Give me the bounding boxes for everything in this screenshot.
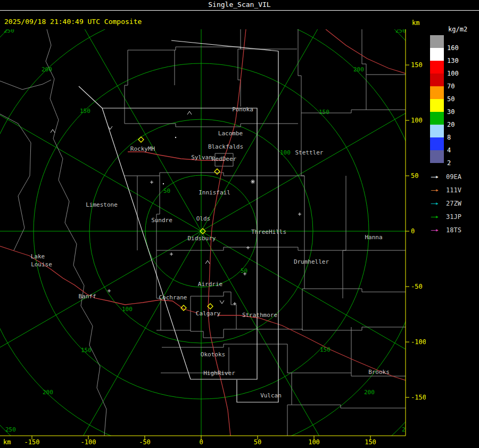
ring-range-label: 50 — [241, 267, 247, 274]
town-label: Brooks — [368, 369, 390, 376]
scale-value-label: 50 — [447, 93, 459, 105]
town-markers — [51, 111, 301, 305]
ring-range-label: 250 — [402, 426, 412, 433]
y-axis-tick-label: 0 — [411, 227, 415, 235]
y-axis-tick-label: -150 — [411, 394, 426, 401]
scale-color-block — [430, 99, 444, 112]
scan-area-outlines — [79, 40, 278, 402]
axis-labels: km -150 -100 -50 0 50 100 150 150 100 50… — [3, 61, 426, 446]
scale-value-label: 70 — [447, 80, 459, 93]
ring-range-label: 200 — [42, 66, 52, 73]
x-axis-tick-label: -150 — [24, 438, 40, 446]
storm-id-label: 18TS — [446, 226, 461, 234]
town-label: Okotoks — [201, 351, 225, 358]
storm-id-row: →18TS — [428, 223, 461, 236]
highways — [0, 29, 406, 436]
ring-range-label: 250 — [4, 29, 14, 34]
storm-arrow-icon: → — [422, 197, 448, 210]
storm-id-label: 27ZW — [446, 200, 461, 207]
scale-value-label: 30 — [447, 105, 459, 118]
y-axis-tick-label: 100 — [411, 117, 423, 124]
ring-range-label: 200 — [43, 389, 53, 396]
town-label: Calgary — [196, 310, 221, 317]
town-label: ThreeHills — [251, 229, 286, 235]
storm-id-row: →31JP — [428, 209, 461, 223]
ring-range-label: 100 — [122, 306, 133, 313]
scale-color-block — [430, 61, 444, 74]
storm-id-legend: →09EA →111V →27ZW →31JP →18TS — [428, 169, 461, 236]
ring-range-label: 250 — [5, 426, 16, 433]
x-axis-tick-label: 100 — [308, 438, 320, 446]
town-label: Olds — [196, 215, 211, 222]
town-label: Lake — [31, 253, 45, 260]
x-axis-tick-label: 150 — [365, 438, 376, 446]
scale-color-block — [430, 35, 444, 48]
scale-value-labels: 160 130 100 70 50 30 20 8 4 2 — [447, 42, 459, 169]
town-label: Airdrie — [198, 281, 222, 288]
scale-color-block — [430, 48, 444, 61]
radar-app-window: Single_Scan_VIL 2025/09/18 21:40:49 UTC … — [0, 0, 479, 448]
town-label: Strathmore — [242, 312, 277, 319]
town-label: Sundre — [151, 217, 172, 224]
storm-id-label: 31JP — [446, 213, 461, 221]
scale-value-label: 100 — [447, 67, 459, 80]
storm-arrow-icon: → — [422, 223, 448, 237]
ring-range-label: 50 — [163, 188, 170, 194]
timestamp-label: 2025/09/18 21:40:49 UTC Composite — [4, 18, 142, 26]
scale-color-block — [430, 86, 444, 99]
distance-axes — [0, 29, 409, 439]
town-label: Sylvan — [191, 154, 212, 161]
town-label: Louise — [31, 261, 52, 268]
ring-range-label: 100 — [280, 149, 291, 156]
town-label: RedDeer — [212, 156, 237, 162]
ring-range-label: 150 — [80, 108, 90, 115]
x-axis-tick-label: 0 — [199, 438, 203, 446]
x-axis-tick-label: 50 — [254, 438, 261, 446]
town-label: Ponoka — [232, 106, 253, 113]
scale-value-label: 160 — [447, 42, 459, 54]
color-scale — [430, 35, 444, 163]
town-label: Drumheller — [294, 258, 329, 265]
storm-arrow-icon: → — [422, 170, 448, 183]
title-bar: Single_Scan_VIL — [0, 0, 479, 11]
town-label: Hanna — [365, 234, 382, 241]
y-axis-tick-label: 150 — [411, 61, 423, 69]
map-canvas[interactable]: 50 50 100 100 150 150 150 150 200 200 20… — [0, 29, 479, 448]
y-axis-unit-label: km — [412, 19, 419, 27]
x-axis-tick-label: -100 — [81, 438, 96, 446]
town-label: Lacombe — [218, 130, 243, 137]
ring-range-label: 200 — [364, 389, 375, 396]
town-label: Blackfalds — [208, 143, 243, 150]
scale-color-block — [430, 150, 444, 163]
scale-color-block — [430, 74, 444, 86]
ring-range-label: 150 — [319, 109, 329, 116]
storm-id-row: →27ZW — [428, 196, 461, 209]
ring-range-label: 200 — [353, 66, 364, 73]
town-label: Limestone — [86, 201, 118, 208]
town-label: Didsbury — [188, 235, 216, 242]
storm-id-label: 09EA — [446, 173, 461, 181]
legend-panel: kg/m2 160 130 100 70 50 30 20 8 4 2 — [426, 21, 479, 445]
x-axis-unit-label: km — [3, 438, 11, 446]
town-label: Vulcan — [260, 392, 282, 399]
scale-color-block — [430, 125, 444, 137]
y-axis-tick-label: 50 — [411, 172, 418, 180]
town-label: RockyMH — [130, 145, 155, 152]
x-axis-tick-label: -50 — [139, 438, 151, 446]
scale-unit-label: kg/m2 — [448, 26, 467, 33]
storm-id-row: →09EA — [428, 169, 461, 183]
ring-range-label: 250 — [395, 29, 406, 34]
storm-id-row: →111V — [428, 183, 461, 196]
scale-color-block — [430, 137, 444, 150]
town-labels: Ponoka Lacombe Blackfalds RedDeer Sylvan… — [31, 106, 390, 399]
town-label: HighRiver — [203, 370, 235, 377]
scale-color-block — [430, 112, 444, 125]
window-title: Single_Scan_VIL — [208, 1, 270, 9]
y-axis-tick-label: -100 — [411, 338, 426, 346]
ring-range-label: 150 — [81, 347, 92, 354]
county-boundaries — [0, 29, 406, 436]
y-axis-tick-label: -50 — [411, 283, 423, 290]
ring-range-label: 150 — [320, 346, 331, 353]
scale-value-label: 4 — [447, 144, 459, 157]
storm-arrow-icon: → — [422, 210, 448, 223]
